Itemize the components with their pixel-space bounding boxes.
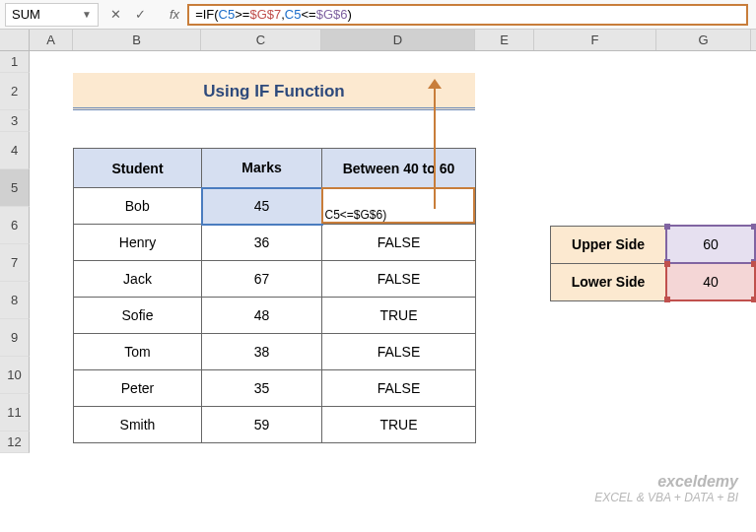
formula-prefix: =IF(	[195, 7, 218, 22]
row-header-8[interactable]: 8	[0, 282, 30, 319]
select-all-corner[interactable]	[0, 30, 30, 50]
column-headers: A B C D E F G	[0, 30, 756, 51]
upper-side-value[interactable]: 60	[666, 226, 755, 263]
formula-suffix: )	[347, 7, 351, 22]
formula-bar: SUM ▼ ✕ ✓ fx =IF(C5>=$G$7,C5<=$G$6)	[0, 0, 756, 30]
table-row: Tom38FALSE	[74, 334, 476, 370]
cell-d5-editing[interactable]: C5<=$G$6)	[322, 188, 476, 225]
cell-c5-marks[interactable]: 45	[202, 188, 322, 225]
table-row: Smith59TRUE	[74, 407, 476, 443]
row-header-12[interactable]: 12	[0, 432, 30, 453]
row-header-5[interactable]: 5	[0, 169, 30, 207]
cell-student[interactable]: Peter	[74, 370, 202, 407]
watermark: exceldemy EXCEL & VBA + DATA + BI	[594, 473, 738, 504]
row-header-2[interactable]: 2	[0, 73, 30, 110]
table-row: Jack67FALSE	[74, 261, 476, 298]
col-header-g[interactable]: G	[656, 30, 751, 50]
cell-between[interactable]: FALSE	[322, 261, 476, 298]
col-header-c[interactable]: C	[201, 30, 321, 50]
cell-between[interactable]: FALSE	[322, 370, 476, 407]
table-row: Peter35FALSE	[74, 370, 476, 407]
row-header-1[interactable]: 1	[0, 51, 30, 73]
col-header-a[interactable]: A	[30, 30, 73, 50]
title-cell[interactable]: Using IF Function	[73, 73, 475, 110]
confirm-icon[interactable]: ✓	[135, 7, 146, 22]
formula-ref-g7: $G$7	[249, 7, 281, 22]
cell-marks[interactable]: 67	[202, 261, 322, 298]
cell-student[interactable]: Tom	[74, 334, 202, 370]
cell-marks[interactable]: 35	[202, 370, 322, 407]
header-student[interactable]: Student	[74, 149, 202, 188]
watermark-sub: EXCEL & VBA + DATA + BI	[594, 491, 738, 504]
side-row-lower: Lower Side 40	[551, 263, 756, 300]
grid-area: 1 2 3 4 5 6 7 8 9 10 11 12 Using IF Func…	[0, 51, 756, 453]
cell-d5-overlay: C5<=$G$6)	[325, 208, 474, 222]
row-header-6[interactable]: 6	[0, 207, 30, 244]
formula-ref-c5b: C5	[285, 7, 302, 22]
row-header-9[interactable]: 9	[0, 319, 30, 357]
cell-marks[interactable]: 36	[202, 225, 322, 261]
cell-student[interactable]: Smith	[74, 407, 202, 443]
row-header-3[interactable]: 3	[0, 110, 30, 132]
cell-student[interactable]: Bob	[74, 188, 202, 225]
row-header-4[interactable]: 4	[0, 132, 30, 169]
row-header-11[interactable]: 11	[0, 394, 30, 432]
side-table: Upper Side 60 Lower Side 40	[550, 225, 756, 301]
upper-val-text: 60	[703, 236, 719, 252]
data-table: Student Marks Between 40 to 60 Bob 45 C5…	[73, 148, 476, 443]
formula-op2: <=	[301, 7, 315, 22]
header-marks[interactable]: Marks	[202, 149, 322, 188]
name-box[interactable]: SUM ▼	[5, 3, 99, 27]
lower-side-value[interactable]: 40	[666, 263, 755, 300]
table-row: Sofie48TRUE	[74, 298, 476, 334]
cancel-icon[interactable]: ✕	[110, 7, 121, 22]
cell-marks[interactable]: 48	[202, 298, 322, 334]
cell-marks[interactable]: 59	[202, 407, 322, 443]
row-header-7[interactable]: 7	[0, 244, 30, 282]
name-box-text: SUM	[12, 7, 40, 22]
watermark-main: exceldemy	[594, 473, 738, 491]
cell-between[interactable]: FALSE	[322, 334, 476, 370]
formula-input[interactable]: =IF(C5>=$G$7,C5<=$G$6)	[187, 4, 748, 26]
col-header-b[interactable]: B	[73, 30, 201, 50]
header-between[interactable]: Between 40 to 60	[322, 149, 476, 188]
col-header-f[interactable]: F	[534, 30, 656, 50]
col-header-d[interactable]: D	[321, 30, 475, 50]
side-row-upper: Upper Side 60	[551, 226, 756, 263]
cell-student[interactable]: Henry	[74, 225, 202, 261]
name-box-dropdown-icon[interactable]: ▼	[82, 9, 92, 20]
cell-student[interactable]: Jack	[74, 261, 202, 298]
fx-icon[interactable]: fx	[170, 7, 179, 22]
annotation-arrow-head-icon	[428, 79, 442, 89]
formula-ref-c5a: C5	[219, 7, 236, 22]
cell-student[interactable]: Sofie	[74, 298, 202, 334]
annotation-arrow-line	[434, 81, 436, 209]
formula-ref-g6: $G$6	[316, 7, 348, 22]
cell-between[interactable]: TRUE	[322, 298, 476, 334]
upper-side-label[interactable]: Upper Side	[551, 226, 667, 263]
table-row: Bob 45 C5<=$G$6)	[74, 188, 476, 225]
lower-side-label[interactable]: Lower Side	[551, 263, 667, 300]
cell-between[interactable]: FALSE	[322, 225, 476, 261]
cell-between[interactable]: TRUE	[322, 407, 476, 443]
cell-marks[interactable]: 38	[202, 334, 322, 370]
table-row: Henry36FALSE	[74, 225, 476, 261]
table-header-row: Student Marks Between 40 to 60	[74, 149, 476, 188]
formula-op1: >=	[235, 7, 249, 22]
row-header-10[interactable]: 10	[0, 357, 30, 394]
formula-buttons: ✕ ✓ fx	[110, 7, 179, 22]
col-header-e[interactable]: E	[475, 30, 534, 50]
lower-val-text: 40	[703, 274, 719, 290]
